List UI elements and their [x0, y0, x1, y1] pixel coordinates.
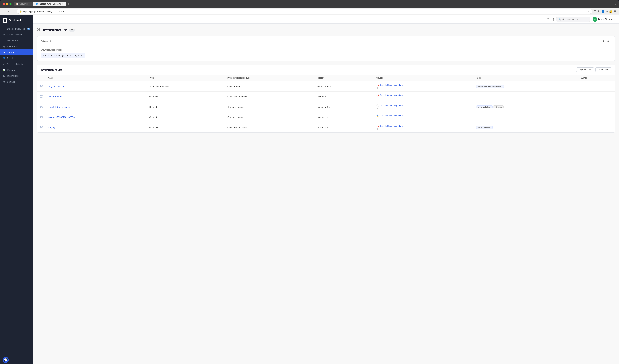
cell-name: ruby-run-function	[45, 81, 146, 92]
col-name: Name	[45, 75, 146, 81]
svg-rect-4	[37, 30, 39, 31]
resource-name-link[interactable]: instance-20240708-132633	[48, 116, 74, 119]
browser-window: 📋 OpsLevel ✕ 🔷 Infrastructure - OpsLevel…	[0, 0, 619, 364]
edit-filters-button[interactable]: ⚙ Edit	[601, 39, 611, 43]
cell-name: staging	[45, 122, 146, 133]
cell-type: Compute	[146, 102, 225, 112]
page-content: Infrastructure 26 Filters ⓘ ⚙ Edit	[33, 24, 619, 364]
source-cell: Google Cloud Integration	[377, 104, 471, 109]
list-icon	[377, 128, 379, 130]
maximize-button[interactable]	[9, 3, 12, 5]
sidebar-spacer	[0, 85, 33, 354]
sidebar-item-label: Integrations	[7, 75, 28, 77]
infrastructure-list-card: Infrastructure List Export to CSV Clear …	[37, 65, 615, 133]
sidebar-item-label: Detected Services	[7, 27, 26, 30]
tab-bar: 📋 OpsLevel ✕ 🔷 Infrastructure - OpsLevel…	[14, 2, 612, 6]
clear-filters-button[interactable]: Clear Filters	[595, 67, 611, 72]
user-avatar: DE	[592, 17, 597, 22]
resource-name-link[interactable]: staging	[48, 126, 55, 129]
sidebar-item-reports[interactable]: 📊 Reports ›	[0, 67, 33, 73]
list-header: Infrastructure List Export to CSV Clear …	[37, 65, 615, 75]
source-name-link[interactable]: Google Cloud Integration	[377, 94, 471, 97]
download-icon: ⬇	[598, 10, 600, 13]
filters-card-header: Filters ⓘ ⚙ Edit	[37, 36, 615, 46]
sidebar-item-detected-services[interactable]: ✦ Detected Services 0	[0, 26, 33, 32]
table-row: ruby-run-functionServerless FunctionClou…	[37, 81, 615, 92]
tab-close-active-icon[interactable]: ✕	[62, 3, 64, 5]
sidebar-item-dashboard[interactable]: ⌂ Dashboard	[0, 38, 33, 43]
cell-name: shard21-db7-us-central1	[45, 102, 146, 112]
resource-name-link[interactable]: shard21-db7-us-central1	[48, 106, 72, 108]
cell-region: us-central1	[315, 122, 374, 133]
source-sub	[377, 87, 471, 89]
tag-more-button[interactable]: + 1 more	[493, 105, 504, 108]
tab-close-icon[interactable]: ✕	[29, 3, 30, 5]
sidebar-item-self-service[interactable]: ◎ Self-Service ›	[0, 43, 33, 49]
detected-services-icon: ✦	[3, 27, 5, 30]
forward-button[interactable]: ›	[7, 9, 10, 13]
back-button[interactable]: ‹	[3, 9, 6, 13]
sidebar-item-settings[interactable]: ⚙ Settings ›	[0, 79, 33, 85]
cell-source: Google Cloud Integration	[374, 122, 474, 133]
service-maturity-icon: ◷	[3, 63, 5, 65]
infrastructure-table: Name Type Provider Resource Type Region …	[37, 75, 615, 133]
close-button[interactable]	[3, 3, 5, 5]
svg-rect-2	[37, 28, 39, 29]
tag-pill: owner : platform	[476, 105, 492, 108]
sidebar-item-label: People	[7, 57, 28, 59]
window-controls: ⌄	[614, 2, 616, 5]
tag-pill: deployment-tool : console-cl...	[476, 85, 504, 88]
row-resource-icon	[37, 112, 45, 122]
sidebar-item-label: Self-Service	[7, 45, 28, 48]
cell-region: us-central1-c	[315, 102, 374, 112]
cell-region: asia-east1	[315, 92, 374, 102]
help-icon[interactable]: ?	[547, 18, 549, 21]
sidebar-item-service-maturity[interactable]: ◷ Service Maturity ›	[0, 61, 33, 67]
resource-name-link[interactable]: ruby-run-function	[48, 85, 64, 88]
menu-icon[interactable]: ☰	[614, 10, 616, 13]
chat-button[interactable]: 💬	[3, 357, 9, 363]
browser-actions: 🛡 ⬇ 👤 ▽ 🔐 ☰	[594, 10, 616, 13]
row-resource-icon	[37, 92, 45, 102]
page-title: Infrastructure	[43, 28, 67, 32]
svg-point-27	[40, 106, 41, 106]
tags-cell: deployment-tool : console-cl...	[476, 85, 575, 88]
sidebar-item-people[interactable]: 👤 People ›	[0, 55, 33, 61]
top-bar-actions: ? ◁ 🔍 DE Derek Etherton ▼	[547, 17, 616, 22]
people-icon: 👤	[3, 57, 5, 59]
hamburger-menu-icon[interactable]: ☰	[36, 18, 39, 21]
chevron-right-icon: ›	[30, 75, 30, 77]
table-head: Name Type Provider Resource Type Region …	[37, 75, 615, 81]
cell-provider-resource-type: Compute Instance	[225, 102, 315, 112]
minimize-button[interactable]	[6, 3, 8, 5]
source-name-link[interactable]: Google Cloud Integration	[377, 84, 471, 86]
resource-name-link[interactable]: postgres-hehe	[48, 95, 62, 98]
address-bar[interactable]: 🔒 https://app.opslevel.com/catalog/infra…	[17, 9, 592, 14]
tab-infrastructure[interactable]: 🔷 Infrastructure - OpsLevel ✕	[33, 2, 66, 6]
user-name: Derek Etherton	[598, 18, 613, 21]
user-menu[interactable]: DE Derek Etherton ▼	[592, 17, 616, 22]
sidebar-item-integrations[interactable]: ⊞ Integrations ›	[0, 73, 33, 79]
refresh-button[interactable]: ↻	[11, 9, 15, 14]
chevron-right-icon: ›	[30, 69, 30, 71]
filter-show-label: Show resources where:	[41, 49, 611, 51]
source-cell: Google Cloud Integration	[377, 125, 471, 130]
export-csv-button[interactable]: Export to CSV	[576, 67, 594, 72]
sidebar-item-getting-started[interactable]: ✎ Getting Started	[0, 32, 33, 38]
sidebar-item-catalog[interactable]: ▣ Catalog ›	[0, 49, 33, 55]
tab-opslevel[interactable]: 📋 OpsLevel ✕	[14, 2, 33, 6]
source-name-link[interactable]: Google Cloud Integration	[377, 125, 471, 127]
col-icon	[37, 75, 45, 81]
new-tab-button[interactable]: +	[67, 2, 70, 6]
cell-source: Google Cloud Integration	[374, 112, 474, 122]
chevron-down-icon: ▼	[614, 18, 616, 20]
source-sub	[377, 97, 471, 99]
notifications-icon[interactable]: ◁	[551, 18, 554, 21]
source-name-link[interactable]: Google Cloud Integration	[377, 114, 471, 117]
source-name-link[interactable]: Google Cloud Integration	[377, 104, 471, 107]
list-icon	[377, 87, 379, 89]
gcp-icon	[377, 125, 379, 127]
search-input[interactable]	[563, 18, 588, 21]
source-sub	[377, 118, 471, 120]
search-box[interactable]: 🔍	[556, 17, 590, 22]
